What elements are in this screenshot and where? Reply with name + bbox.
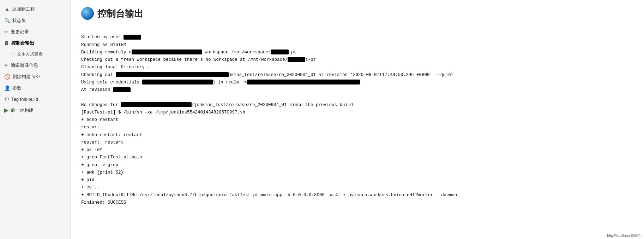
sidebar-item-tag-build[interactable]: 🏷 Tag this build [0,94,70,104]
line-ps: + ps -ef [81,147,102,152]
sidebar-item-label: 返回到工程 [12,6,35,12]
line-restart: restart [81,125,100,130]
line-checking-fresh: Checking out a fresh workspace because t… [81,57,316,62]
prev-build-icon: ▶ [4,107,8,113]
sidebar-item-label: 状态集 [12,17,26,24]
doc-icon: 📄 [10,52,15,57]
line-grep-fasttest: + grep FastTest-pt.main [81,155,142,160]
sidebar-item-label: 控制台输出 [11,40,34,46]
line-at-revision: At revision [81,87,131,92]
line-awk: + awk {print $2} [81,170,124,175]
sidebar-item-back-to-project[interactable]: ▲ 返回到工程 [0,4,70,15]
delete-icon: 🚫 [4,74,10,80]
line-finished: Finished: SUCCESS [81,200,126,205]
sidebar-item-edit-compile-info[interactable]: ✏ 编辑编译信息 [0,60,70,71]
sidebar-item-label: 变更记录 [11,29,29,35]
line-build-id: + BUILD_ID=dontKillMe /usr/local/python3… [81,193,457,198]
line-using-creds: Using sole credentials ) in realm '< [81,80,360,85]
sidebar: ▲ 返回到工程 🔍 状态集 ✏ 变更记录 🖥 控制台输出 📄 文本方式查看 ✏ … [0,0,71,239]
line-building-remotely: Building remotely o workspace /mnt/works… [81,50,296,55]
sidebar-item-label: Tag this build [11,97,38,102]
sidebar-item-label: 删除构建 '#37' [12,74,41,80]
url-hint: http://localhost:8080/... [607,234,643,238]
arrow-up-icon: ▲ [4,6,10,12]
edit-icon: ✏ [4,63,8,68]
line-grep-v: + grep -v grep [81,163,118,168]
sidebar-item-text-view[interactable]: 📄 文本方式查看 [0,49,70,60]
main-content: 控制台输出 Started by user Running as SYSTEM … [71,0,644,239]
line-checking-out: Checking out nkins_test/release/re_20200… [81,72,453,77]
person-icon: 👤 [4,85,10,91]
line-echo-restart: + echo restart [81,117,118,122]
search-icon: 🔍 [4,18,10,23]
sidebar-item-label: 编辑编译信息 [11,62,38,69]
line-cleaning: Cleaning local Directory . [81,65,150,70]
line-fasttest: [FastTest-pt] $ /bin/sh -xe /tmp/jenkins… [81,110,245,115]
line-pid: + pid= [81,177,97,182]
page-title: 控制台输出 [97,7,143,20]
line-started-by-user: Started by user [81,35,141,40]
sidebar-item-label: 参数 [12,85,22,91]
sidebar-item-delete-build[interactable]: 🚫 删除构建 '#37' [0,71,70,82]
pencil-icon: ✏ [4,29,8,35]
page-header: 控制台输出 [81,7,633,20]
console-output-area: Started by user Running as SYSTEM Buildi… [81,26,633,214]
sidebar-item-status-set[interactable]: 🔍 状态集 [0,15,70,26]
line-echo-restart2: + echo restart: restart [81,133,142,138]
sidebar-item-prev-build[interactable]: ▶ 前一次构建 [0,104,70,116]
sidebar-item-label: 文本方式查看 [17,51,43,57]
line-cd: + cd .. [81,185,100,190]
sidebar-item-params[interactable]: 👤 参数 [0,82,70,94]
console-globe-icon [81,7,94,20]
sidebar-item-label: 前一次构建 [11,107,34,113]
line-no-changes: No changes for /jenkins_test/release/re_… [81,103,353,107]
sidebar-item-change-log[interactable]: ✏ 变更记录 [0,26,70,37]
line-restart2: restart: restart [81,140,124,145]
tag-icon: 🏷 [4,96,9,102]
line-running-as: Running as SYSTEM [81,42,126,47]
sidebar-item-console-output[interactable]: 🖥 控制台输出 [0,37,70,49]
monitor-icon: 🖥 [4,40,9,46]
